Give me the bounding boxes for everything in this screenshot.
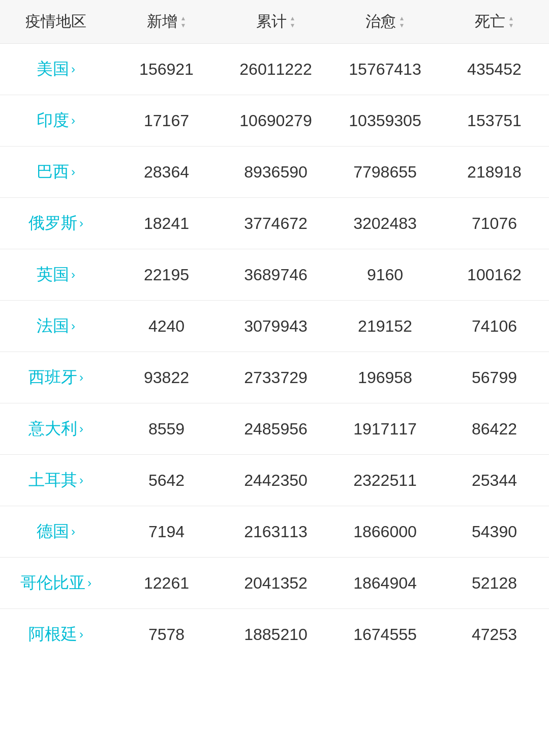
table-row[interactable]: 西班牙 › 93822 2733729 196958 56799 <box>0 352 549 403</box>
chevron-right-icon: › <box>71 525 75 539</box>
new-cases: 28364 <box>112 163 221 182</box>
total-cases: 2041352 <box>221 574 330 593</box>
sort-new-icon[interactable] <box>180 15 187 28</box>
country-name: 英国 <box>37 264 69 286</box>
chevron-right-icon: › <box>71 62 75 76</box>
header-region: 疫情地区 <box>0 11 112 32</box>
death-cases: 218918 <box>440 163 549 182</box>
country-cell[interactable]: 德国 › <box>0 520 112 543</box>
death-cases: 100162 <box>440 266 549 284</box>
country-cell[interactable]: 美国 › <box>0 58 112 80</box>
recovered-cases: 1864904 <box>330 574 440 593</box>
total-cases: 3689746 <box>221 266 330 284</box>
table-row[interactable]: 阿根廷 › 7578 1885210 1674555 47253 <box>0 609 549 660</box>
country-name: 西班牙 <box>28 366 77 389</box>
table-row[interactable]: 印度 › 17167 10690279 10359305 153751 <box>0 95 549 147</box>
recovered-cases: 2322511 <box>330 471 440 490</box>
table-row[interactable]: 土耳其 › 5642 2442350 2322511 25344 <box>0 455 549 506</box>
country-name: 法国 <box>37 315 69 337</box>
country-cell[interactable]: 土耳其 › <box>0 469 112 491</box>
country-cell[interactable]: 英国 › <box>0 264 112 286</box>
recovered-cases: 3202483 <box>330 214 440 233</box>
total-cases: 3774672 <box>221 214 330 233</box>
recovered-cases: 1674555 <box>330 625 440 644</box>
country-cell[interactable]: 巴西 › <box>0 161 112 183</box>
country-name: 德国 <box>37 520 69 543</box>
recovered-cases: 9160 <box>330 266 440 284</box>
chevron-right-icon: › <box>79 473 83 487</box>
country-name: 俄罗斯 <box>28 212 77 235</box>
death-cases: 25344 <box>440 471 549 490</box>
new-cases: 12261 <box>112 574 221 593</box>
country-name: 印度 <box>37 109 69 132</box>
country-name: 意大利 <box>28 418 77 440</box>
header-deaths[interactable]: 死亡 <box>440 11 549 32</box>
total-cases: 2485956 <box>221 420 330 439</box>
header-recovered[interactable]: 治愈 <box>330 11 440 32</box>
chevron-right-icon: › <box>71 113 75 128</box>
total-cases: 2442350 <box>221 471 330 490</box>
table-row[interactable]: 德国 › 7194 2163113 1866000 54390 <box>0 506 549 558</box>
sort-recovered-icon[interactable] <box>399 15 405 28</box>
covid-table: 疫情地区 新增 累计 治愈 死亡 美国 › 156921 26011222 15… <box>0 0 549 660</box>
table-row[interactable]: 意大利 › 8559 2485956 1917117 86422 <box>0 403 549 455</box>
table-row[interactable]: 法国 › 4240 3079943 219152 74106 <box>0 301 549 352</box>
death-cases: 71076 <box>440 214 549 233</box>
total-cases: 2733729 <box>221 368 330 387</box>
total-cases: 10690279 <box>221 111 330 130</box>
new-cases: 17167 <box>112 111 221 130</box>
table-row[interactable]: 俄罗斯 › 18241 3774672 3202483 71076 <box>0 198 549 249</box>
new-cases: 7194 <box>112 522 221 541</box>
new-cases: 18241 <box>112 214 221 233</box>
total-cases: 3079943 <box>221 317 330 336</box>
recovered-cases: 10359305 <box>330 111 440 130</box>
chevron-right-icon: › <box>71 319 75 333</box>
table-row[interactable]: 美国 › 156921 26011222 15767413 435452 <box>0 44 549 95</box>
chevron-right-icon: › <box>71 165 75 179</box>
country-cell[interactable]: 印度 › <box>0 109 112 132</box>
sort-deaths-icon[interactable] <box>508 15 514 28</box>
recovered-cases: 196958 <box>330 368 440 387</box>
table-row[interactable]: 哥伦比亚 › 12261 2041352 1864904 52128 <box>0 558 549 609</box>
country-cell[interactable]: 西班牙 › <box>0 366 112 389</box>
country-cell[interactable]: 意大利 › <box>0 418 112 440</box>
table-row[interactable]: 英国 › 22195 3689746 9160 100162 <box>0 249 549 301</box>
country-name: 美国 <box>37 58 69 80</box>
chevron-right-icon: › <box>79 216 83 230</box>
death-cases: 86422 <box>440 420 549 439</box>
table-row[interactable]: 巴西 › 28364 8936590 7798655 218918 <box>0 147 549 198</box>
sort-total-icon[interactable] <box>290 15 296 28</box>
new-cases: 5642 <box>112 471 221 490</box>
chevron-right-icon: › <box>71 268 75 282</box>
new-cases: 7578 <box>112 625 221 644</box>
recovered-cases: 1866000 <box>330 522 440 541</box>
death-cases: 435452 <box>440 60 549 79</box>
country-name: 巴西 <box>37 161 69 183</box>
death-cases: 47253 <box>440 625 549 644</box>
death-cases: 54390 <box>440 522 549 541</box>
death-cases: 56799 <box>440 368 549 387</box>
total-cases: 26011222 <box>221 60 330 79</box>
country-cell[interactable]: 哥伦比亚 › <box>0 572 112 594</box>
chevron-right-icon: › <box>79 627 83 642</box>
chevron-right-icon: › <box>79 370 83 385</box>
country-name: 哥伦比亚 <box>20 572 85 594</box>
chevron-right-icon: › <box>79 422 83 436</box>
new-cases: 93822 <box>112 368 221 387</box>
country-cell[interactable]: 俄罗斯 › <box>0 212 112 235</box>
death-cases: 74106 <box>440 317 549 336</box>
recovered-cases: 219152 <box>330 317 440 336</box>
country-name: 阿根廷 <box>28 623 77 646</box>
new-cases: 156921 <box>112 60 221 79</box>
header-total[interactable]: 累计 <box>221 11 330 32</box>
death-cases: 52128 <box>440 574 549 593</box>
table-header: 疫情地区 新增 累计 治愈 死亡 <box>0 0 549 44</box>
country-name: 土耳其 <box>28 469 77 491</box>
new-cases: 22195 <box>112 266 221 284</box>
recovered-cases: 7798655 <box>330 163 440 182</box>
new-cases: 4240 <box>112 317 221 336</box>
country-cell[interactable]: 阿根廷 › <box>0 623 112 646</box>
header-new[interactable]: 新增 <box>112 11 221 32</box>
chevron-right-icon: › <box>87 576 92 590</box>
country-cell[interactable]: 法国 › <box>0 315 112 337</box>
